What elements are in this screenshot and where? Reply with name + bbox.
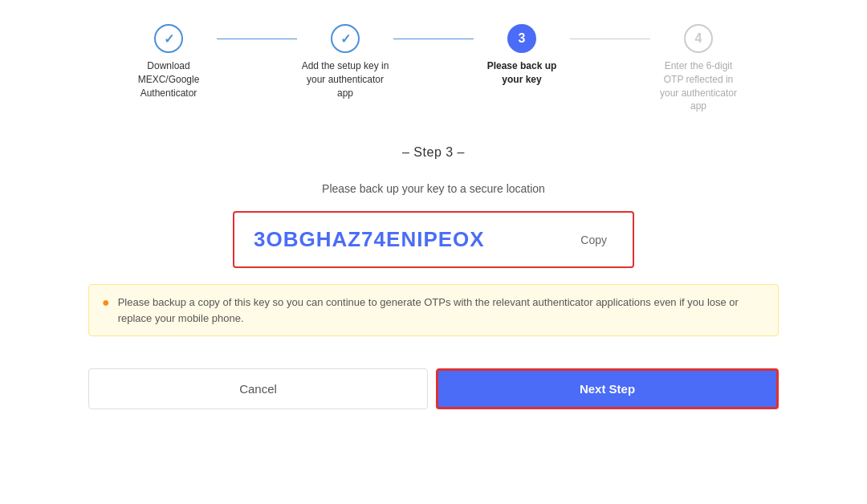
step-label-1: Download MEXC/Google Authenticator <box>124 59 213 100</box>
warning-text: Please backup a copy of this key so you … <box>118 295 765 326</box>
step-item-3: 3 Please back up your key <box>474 24 570 87</box>
step-label-3: Please back up your key <box>478 59 566 87</box>
step-connector-2-3 <box>393 39 474 39</box>
step-number-3: 3 <box>519 31 526 46</box>
page-container: Download MEXC/Google Authenticator Add t… <box>0 0 867 504</box>
copy-button[interactable]: Copy <box>574 230 613 250</box>
step-circle-1 <box>154 24 183 53</box>
checkmark-icon-2 <box>340 31 351 47</box>
warning-icon: ● <box>102 295 110 310</box>
step-item-2: Add the setup key in your authenticator … <box>297 24 393 100</box>
step-label-4: Enter the 6-digit OTP reflected in your … <box>654 59 743 113</box>
step-item-4: 4 Enter the 6-digit OTP reflected in you… <box>650 24 747 113</box>
warning-box: ● Please backup a copy of this key so yo… <box>88 284 779 336</box>
step-title: – Step 3 – <box>402 145 465 160</box>
step-number-4: 4 <box>695 31 702 46</box>
secret-key: 3OBGHAZ74ENIPEOX <box>254 227 485 252</box>
step-circle-3: 3 <box>507 24 536 53</box>
next-step-button[interactable]: Next Step <box>436 368 779 409</box>
step-item-1: Download MEXC/Google Authenticator <box>120 24 217 100</box>
instruction-text: Please back up your key to a secure loca… <box>322 182 545 195</box>
step-circle-4: 4 <box>684 24 713 53</box>
checkmark-icon-1 <box>164 31 174 47</box>
footer-buttons: Cancel Next Step <box>88 368 779 409</box>
cancel-button[interactable]: Cancel <box>88 368 428 409</box>
stepper: Download MEXC/Google Authenticator Add t… <box>88 24 779 113</box>
step-connector-3-4 <box>570 39 650 39</box>
step-circle-2 <box>331 24 360 53</box>
step-connector-1-2 <box>217 39 297 39</box>
main-content: – Step 3 – Please back up your key to a … <box>88 145 779 409</box>
key-box: 3OBGHAZ74ENIPEOX Copy <box>233 211 634 268</box>
step-label-2: Add the setup key in your authenticator … <box>301 59 389 100</box>
